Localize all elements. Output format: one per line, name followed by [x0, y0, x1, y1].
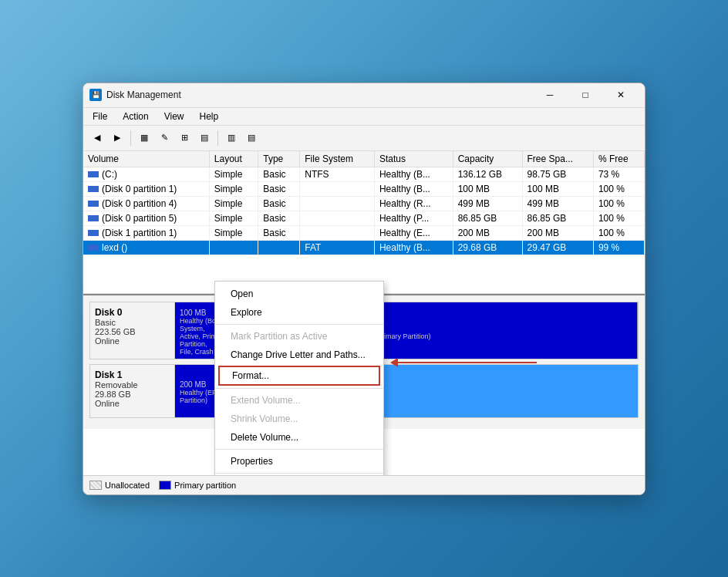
menu-view[interactable]: View: [158, 110, 190, 123]
context-menu: OpenExploreMark Partition as ActiveChang…: [214, 281, 384, 475]
col-volume[interactable]: Volume: [83, 151, 209, 167]
cell-fs: [300, 211, 375, 225]
cell-free: 29.47 GB: [522, 240, 593, 255]
ctx-item-explore[interactable]: Explore: [215, 303, 383, 322]
cell-volume: lexd (): [83, 240, 209, 255]
cell-type: Basic: [258, 211, 300, 225]
cell-status: Healthy (P...: [374, 211, 453, 225]
toolbar-btn-1[interactable]: ▦: [135, 129, 153, 147]
content-area: Volume Layout Type File System Status Ca…: [83, 151, 645, 475]
cell-capacity: 29.68 GB: [453, 240, 522, 255]
cell-volume: (Disk 0 partition 4): [83, 196, 209, 211]
col-capacity[interactable]: Capacity: [453, 151, 522, 167]
disk1-type: Removable: [95, 380, 170, 390]
cell-pct: 100 %: [593, 181, 644, 196]
cell-pct: 100 %: [593, 225, 644, 240]
back-button[interactable]: ◀: [88, 129, 106, 147]
col-status[interactable]: Status: [374, 151, 453, 167]
cell-capacity: 86.85 GB: [453, 211, 522, 225]
arrow-head: [390, 358, 398, 367]
disk1-name: Disk 1: [95, 369, 170, 380]
toolbar-btn-4[interactable]: ▤: [195, 129, 214, 147]
cell-type: Basic: [258, 225, 300, 240]
cell-volume: (Disk 0 partition 5): [83, 211, 209, 225]
cell-free: 100 MB: [522, 181, 593, 196]
cell-pct: 99 %: [593, 240, 644, 255]
disk0-p3[interactable]: 86.85 GB Healthy (Primary Partition): [345, 302, 638, 359]
menu-file[interactable]: File: [86, 110, 113, 123]
cell-volume: (C:): [83, 167, 209, 181]
legend-primary-box: [159, 481, 171, 490]
cell-status: Healthy (B...: [374, 240, 453, 255]
col-filesystem[interactable]: File System: [300, 151, 375, 167]
col-type[interactable]: Type: [258, 151, 300, 167]
cell-fs: NTFS: [300, 167, 375, 181]
disk0-size: 223.56 GB: [95, 327, 170, 336]
disk0-label: Disk 0 Basic 223.56 GB Online: [90, 302, 175, 359]
col-pct[interactable]: % Free: [593, 151, 644, 167]
ctx-item-properties[interactable]: Properties: [215, 452, 383, 471]
table-row[interactable]: (Disk 1 partition 1)SimpleBasicHealthy (…: [83, 225, 645, 240]
ctx-sep-10: [215, 449, 383, 450]
cell-layout: Simple: [209, 196, 258, 211]
window-controls: ─ □ ✕: [532, 83, 639, 107]
bottom-legend: Unallocated Primary partition: [83, 475, 645, 494]
ctx-item-open[interactable]: Open: [215, 285, 383, 303]
cell-layout: [209, 240, 258, 255]
col-layout[interactable]: Layout: [209, 151, 258, 167]
ctx-item-mark-partition-as-active: Mark Partition as Active: [215, 327, 383, 346]
close-button[interactable]: ✕: [603, 83, 639, 107]
cell-status: Healthy (E...: [374, 225, 453, 240]
table-row[interactable]: (Disk 0 partition 5)SimpleBasicHealthy (…: [83, 211, 645, 225]
disk0-p3-status: Healthy (Primary Partition): [349, 332, 632, 340]
legend-unalloc-box: [89, 481, 102, 490]
main-window: 💾 Disk Management ─ □ ✕ File Action View…: [83, 83, 645, 495]
cell-fs: [300, 181, 375, 196]
ctx-sep-6: [215, 388, 383, 389]
legend-unalloc-label: Unallocated: [105, 481, 150, 490]
maximize-button[interactable]: □: [568, 83, 603, 107]
legend-unalloc: Unallocated: [89, 481, 150, 490]
ctx-sep-2: [215, 324, 383, 325]
ctx-item-shrink-volume---: Shrink Volume...: [215, 410, 383, 428]
cell-volume: (Disk 0 partition 1): [83, 181, 209, 196]
table-row[interactable]: (Disk 0 partition 1)SimpleBasicHealthy (…: [83, 181, 645, 196]
table-row[interactable]: (Disk 0 partition 4)SimpleBasicHealthy (…: [83, 196, 645, 211]
cell-status: Healthy (B...: [374, 181, 453, 196]
menu-help[interactable]: Help: [194, 110, 225, 123]
window-title: Disk Management: [106, 89, 181, 100]
toolbar-btn-5[interactable]: ▥: [222, 129, 241, 147]
toolbar-btn-2[interactable]: ✎: [155, 129, 174, 147]
legend-primary-label: Primary partition: [174, 481, 236, 490]
cell-free: 499 MB: [522, 196, 593, 211]
minimize-button[interactable]: ─: [532, 83, 568, 107]
toolbar-btn-3[interactable]: ⊞: [175, 129, 194, 147]
table-row[interactable]: (C:)SimpleBasicNTFSHealthy (B...136.12 G…: [83, 167, 645, 181]
ctx-item-extend-volume---: Extend Volume...: [215, 391, 383, 410]
toolbar-sep-1: [130, 130, 131, 146]
cell-status: Healthy (R...: [374, 196, 453, 211]
ctx-item-change-drive-letter-and-paths---[interactable]: Change Drive Letter and Paths...: [215, 346, 383, 364]
menu-action[interactable]: Action: [116, 110, 154, 123]
cell-pct: 100 %: [593, 211, 644, 225]
toolbar-btn-6[interactable]: ▤: [242, 129, 261, 147]
menu-bar: File Action View Help: [83, 108, 645, 126]
disk1-size: 29.88 GB: [95, 390, 170, 399]
cell-free: 98.75 GB: [522, 167, 593, 181]
table-area[interactable]: Volume Layout Type File System Status Ca…: [83, 151, 645, 294]
disk0-type: Basic: [95, 318, 170, 327]
disk0-p3-size: 86.85 GB: [349, 324, 632, 332]
toolbar-sep-2: [217, 130, 218, 146]
disk1-label: Disk 1 Removable 29.88 GB Online: [90, 365, 175, 417]
cell-type: [258, 240, 300, 255]
arrow-indicator: [390, 358, 537, 367]
cell-type: Basic: [258, 167, 300, 181]
volume-table: Volume Layout Type File System Status Ca…: [83, 151, 645, 255]
ctx-item-format---[interactable]: Format...: [218, 366, 380, 386]
forward-button[interactable]: ▶: [108, 129, 126, 147]
ctx-item-delete-volume---[interactable]: Delete Volume...: [215, 428, 383, 447]
col-free[interactable]: Free Spa...: [522, 151, 593, 167]
cell-pct: 73 %: [593, 167, 644, 181]
table-row[interactable]: lexd ()FATHealthy (B...29.68 GB29.47 GB9…: [83, 240, 645, 255]
toolbar: ◀ ▶ ▦ ✎ ⊞ ▤ ▥ ▤: [83, 126, 645, 151]
